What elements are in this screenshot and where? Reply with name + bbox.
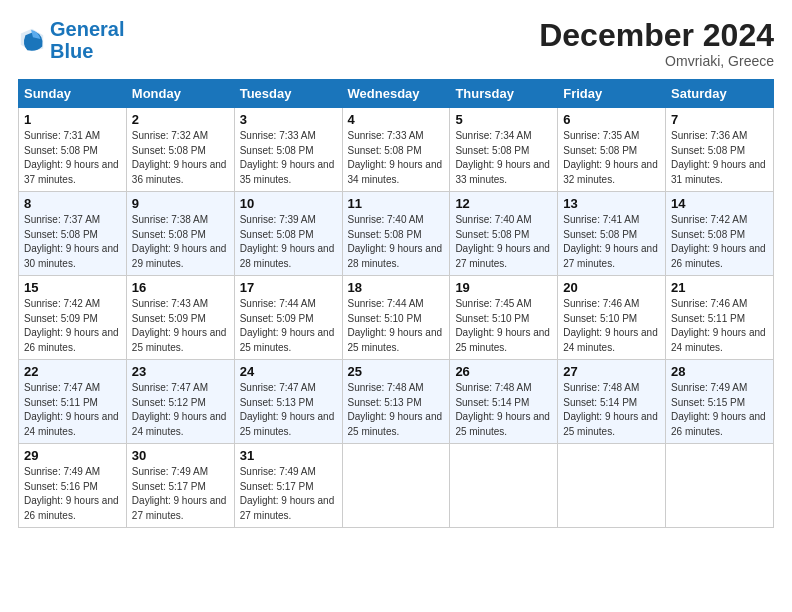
day-number: 28 <box>671 364 768 379</box>
cell-text: Sunrise: 7:31 AMSunset: 5:08 PMDaylight:… <box>24 130 119 185</box>
calendar-cell: 26Sunrise: 7:48 AMSunset: 5:14 PMDayligh… <box>450 360 558 444</box>
calendar-cell: 28Sunrise: 7:49 AMSunset: 5:15 PMDayligh… <box>666 360 774 444</box>
cell-text: Sunrise: 7:44 AMSunset: 5:10 PMDaylight:… <box>348 298 443 353</box>
cell-text: Sunrise: 7:43 AMSunset: 5:09 PMDaylight:… <box>132 298 227 353</box>
calendar-cell: 29Sunrise: 7:49 AMSunset: 5:16 PMDayligh… <box>19 444 127 528</box>
cell-text: Sunrise: 7:35 AMSunset: 5:08 PMDaylight:… <box>563 130 658 185</box>
day-number: 10 <box>240 196 337 211</box>
day-number: 6 <box>563 112 660 127</box>
logo-icon <box>18 26 46 54</box>
day-number: 17 <box>240 280 337 295</box>
cell-text: Sunrise: 7:39 AMSunset: 5:08 PMDaylight:… <box>240 214 335 269</box>
calendar-cell: 15Sunrise: 7:42 AMSunset: 5:09 PMDayligh… <box>19 276 127 360</box>
col-header-friday: Friday <box>558 80 666 108</box>
cell-text: Sunrise: 7:49 AMSunset: 5:16 PMDaylight:… <box>24 466 119 521</box>
cell-text: Sunrise: 7:40 AMSunset: 5:08 PMDaylight:… <box>455 214 550 269</box>
calendar-cell: 22Sunrise: 7:47 AMSunset: 5:11 PMDayligh… <box>19 360 127 444</box>
col-header-sunday: Sunday <box>19 80 127 108</box>
day-number: 31 <box>240 448 337 463</box>
day-number: 2 <box>132 112 229 127</box>
cell-text: Sunrise: 7:47 AMSunset: 5:13 PMDaylight:… <box>240 382 335 437</box>
cell-text: Sunrise: 7:48 AMSunset: 5:13 PMDaylight:… <box>348 382 443 437</box>
col-header-tuesday: Tuesday <box>234 80 342 108</box>
cell-text: Sunrise: 7:46 AMSunset: 5:10 PMDaylight:… <box>563 298 658 353</box>
cell-text: Sunrise: 7:33 AMSunset: 5:08 PMDaylight:… <box>348 130 443 185</box>
day-number: 8 <box>24 196 121 211</box>
cell-text: Sunrise: 7:33 AMSunset: 5:08 PMDaylight:… <box>240 130 335 185</box>
calendar-cell: 24Sunrise: 7:47 AMSunset: 5:13 PMDayligh… <box>234 360 342 444</box>
calendar-cell: 19Sunrise: 7:45 AMSunset: 5:10 PMDayligh… <box>450 276 558 360</box>
calendar-week-row: 1Sunrise: 7:31 AMSunset: 5:08 PMDaylight… <box>19 108 774 192</box>
calendar-cell: 13Sunrise: 7:41 AMSunset: 5:08 PMDayligh… <box>558 192 666 276</box>
logo-text: General Blue <box>50 18 124 62</box>
cell-text: Sunrise: 7:48 AMSunset: 5:14 PMDaylight:… <box>563 382 658 437</box>
cell-text: Sunrise: 7:48 AMSunset: 5:14 PMDaylight:… <box>455 382 550 437</box>
calendar-cell: 25Sunrise: 7:48 AMSunset: 5:13 PMDayligh… <box>342 360 450 444</box>
cell-text: Sunrise: 7:36 AMSunset: 5:08 PMDaylight:… <box>671 130 766 185</box>
cell-text: Sunrise: 7:47 AMSunset: 5:12 PMDaylight:… <box>132 382 227 437</box>
calendar-cell <box>450 444 558 528</box>
calendar-cell: 17Sunrise: 7:44 AMSunset: 5:09 PMDayligh… <box>234 276 342 360</box>
calendar-cell: 18Sunrise: 7:44 AMSunset: 5:10 PMDayligh… <box>342 276 450 360</box>
day-number: 3 <box>240 112 337 127</box>
cell-text: Sunrise: 7:42 AMSunset: 5:09 PMDaylight:… <box>24 298 119 353</box>
day-number: 4 <box>348 112 445 127</box>
day-number: 14 <box>671 196 768 211</box>
cell-text: Sunrise: 7:34 AMSunset: 5:08 PMDaylight:… <box>455 130 550 185</box>
day-number: 11 <box>348 196 445 211</box>
calendar-cell: 12Sunrise: 7:40 AMSunset: 5:08 PMDayligh… <box>450 192 558 276</box>
calendar-cell: 10Sunrise: 7:39 AMSunset: 5:08 PMDayligh… <box>234 192 342 276</box>
day-number: 23 <box>132 364 229 379</box>
cell-text: Sunrise: 7:32 AMSunset: 5:08 PMDaylight:… <box>132 130 227 185</box>
cell-text: Sunrise: 7:49 AMSunset: 5:17 PMDaylight:… <box>240 466 335 521</box>
calendar-cell: 4Sunrise: 7:33 AMSunset: 5:08 PMDaylight… <box>342 108 450 192</box>
cell-text: Sunrise: 7:49 AMSunset: 5:15 PMDaylight:… <box>671 382 766 437</box>
calendar-cell: 5Sunrise: 7:34 AMSunset: 5:08 PMDaylight… <box>450 108 558 192</box>
day-number: 5 <box>455 112 552 127</box>
calendar-cell: 16Sunrise: 7:43 AMSunset: 5:09 PMDayligh… <box>126 276 234 360</box>
calendar-week-row: 8Sunrise: 7:37 AMSunset: 5:08 PMDaylight… <box>19 192 774 276</box>
day-number: 24 <box>240 364 337 379</box>
day-number: 27 <box>563 364 660 379</box>
day-number: 13 <box>563 196 660 211</box>
day-number: 1 <box>24 112 121 127</box>
calendar-cell: 3Sunrise: 7:33 AMSunset: 5:08 PMDaylight… <box>234 108 342 192</box>
calendar-cell: 31Sunrise: 7:49 AMSunset: 5:17 PMDayligh… <box>234 444 342 528</box>
cell-text: Sunrise: 7:45 AMSunset: 5:10 PMDaylight:… <box>455 298 550 353</box>
calendar-week-row: 29Sunrise: 7:49 AMSunset: 5:16 PMDayligh… <box>19 444 774 528</box>
cell-text: Sunrise: 7:47 AMSunset: 5:11 PMDaylight:… <box>24 382 119 437</box>
col-header-wednesday: Wednesday <box>342 80 450 108</box>
day-number: 25 <box>348 364 445 379</box>
cell-text: Sunrise: 7:41 AMSunset: 5:08 PMDaylight:… <box>563 214 658 269</box>
day-number: 22 <box>24 364 121 379</box>
cell-text: Sunrise: 7:44 AMSunset: 5:09 PMDaylight:… <box>240 298 335 353</box>
logo: General Blue <box>18 18 124 62</box>
cell-text: Sunrise: 7:40 AMSunset: 5:08 PMDaylight:… <box>348 214 443 269</box>
calendar-cell <box>558 444 666 528</box>
calendar-cell <box>342 444 450 528</box>
calendar-cell: 11Sunrise: 7:40 AMSunset: 5:08 PMDayligh… <box>342 192 450 276</box>
day-number: 30 <box>132 448 229 463</box>
day-number: 9 <box>132 196 229 211</box>
cell-text: Sunrise: 7:42 AMSunset: 5:08 PMDaylight:… <box>671 214 766 269</box>
cell-text: Sunrise: 7:37 AMSunset: 5:08 PMDaylight:… <box>24 214 119 269</box>
day-number: 20 <box>563 280 660 295</box>
month-title: December 2024 <box>539 18 774 53</box>
calendar-header-row: SundayMondayTuesdayWednesdayThursdayFrid… <box>19 80 774 108</box>
calendar-cell: 20Sunrise: 7:46 AMSunset: 5:10 PMDayligh… <box>558 276 666 360</box>
logo-blue: Blue <box>50 40 93 62</box>
col-header-monday: Monday <box>126 80 234 108</box>
title-block: December 2024 Omvriaki, Greece <box>539 18 774 69</box>
cell-text: Sunrise: 7:46 AMSunset: 5:11 PMDaylight:… <box>671 298 766 353</box>
col-header-thursday: Thursday <box>450 80 558 108</box>
day-number: 29 <box>24 448 121 463</box>
calendar-cell: 2Sunrise: 7:32 AMSunset: 5:08 PMDaylight… <box>126 108 234 192</box>
calendar-cell: 8Sunrise: 7:37 AMSunset: 5:08 PMDaylight… <box>19 192 127 276</box>
calendar-cell <box>666 444 774 528</box>
calendar-week-row: 15Sunrise: 7:42 AMSunset: 5:09 PMDayligh… <box>19 276 774 360</box>
day-number: 19 <box>455 280 552 295</box>
calendar-cell: 23Sunrise: 7:47 AMSunset: 5:12 PMDayligh… <box>126 360 234 444</box>
day-number: 26 <box>455 364 552 379</box>
day-number: 21 <box>671 280 768 295</box>
calendar-table: SundayMondayTuesdayWednesdayThursdayFrid… <box>18 79 774 528</box>
